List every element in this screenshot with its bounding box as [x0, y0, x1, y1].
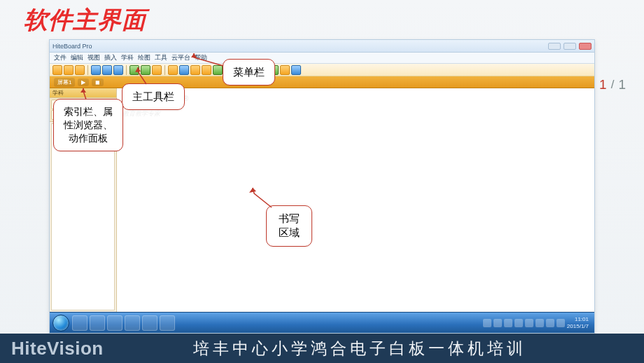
callout-maintoolbar: 主工具栏 [122, 83, 185, 110]
toolbar-icon[interactable] [102, 65, 112, 75]
page-sep: / [611, 78, 615, 92]
toolbar-icon[interactable] [213, 65, 223, 75]
tray-icon[interactable] [493, 319, 502, 327]
menu-item[interactable]: 视图 [88, 53, 100, 62]
toolbar-separator [164, 65, 165, 75]
tray-icon[interactable] [536, 319, 544, 327]
slide-title: 软件主界面 [24, 4, 146, 36]
toolbar-icon[interactable] [91, 65, 101, 75]
start-button[interactable] [52, 315, 69, 331]
task-icon[interactable] [160, 315, 175, 331]
canvas-area[interactable]: iQBoard® 教育教学专家 [117, 88, 594, 312]
toolbar-separator [126, 65, 127, 75]
menu-bar[interactable]: 文件 编辑 视图 插入 学科 绘图 工具 云平台 帮助 [50, 53, 594, 64]
menu-item[interactable]: 学科 [121, 53, 134, 62]
menu-item[interactable]: 帮助 [195, 53, 207, 62]
close-button[interactable] [579, 43, 592, 50]
window-titlebar: HiteBoard Pro [50, 40, 594, 53]
toolbar-icon[interactable] [113, 65, 123, 75]
task-icon[interactable] [142, 315, 158, 331]
toolbar-icon[interactable] [141, 65, 150, 75]
menu-item[interactable]: 工具 [155, 53, 167, 62]
task-icon[interactable] [125, 315, 140, 331]
footer-logo: HiteVision [11, 338, 104, 359]
tray-icon[interactable] [525, 319, 533, 327]
system-tray[interactable]: 11:01 2015/1/7 [483, 316, 592, 330]
maintool-item[interactable]: ◼ [92, 78, 104, 86]
toolbar[interactable] [50, 64, 594, 76]
toolbar-icon[interactable] [280, 65, 290, 75]
tray-icon[interactable] [514, 319, 523, 327]
menu-item[interactable]: 编辑 [71, 53, 83, 62]
menu-item[interactable]: 插入 [104, 53, 117, 62]
toolbar-icon[interactable] [179, 65, 189, 75]
toolbar-icon[interactable] [152, 65, 162, 75]
clock: 11:01 2015/1/7 [567, 316, 592, 330]
toolbar-icon[interactable] [291, 65, 301, 75]
page-current: 1 [599, 77, 607, 93]
menu-item[interactable]: 绘图 [138, 53, 150, 62]
maintool-item[interactable]: ▶ [78, 78, 89, 86]
tray-icon[interactable] [556, 319, 565, 327]
toolbar-icon[interactable] [190, 65, 200, 75]
toolbar-icon[interactable] [130, 65, 139, 75]
menu-item[interactable]: 云平台 [172, 53, 190, 62]
task-icon[interactable] [72, 315, 88, 331]
footer-text: 培丰中心小学鸿合电子白板一体机培训 [104, 338, 644, 359]
footer: HiteVision 培丰中心小学鸿合电子白板一体机培训 [0, 334, 644, 363]
tray-icon[interactable] [504, 319, 512, 327]
sidebar-panel [51, 123, 115, 310]
menu-item[interactable]: 文件 [54, 53, 66, 62]
callout-menubar: 菜单栏 [223, 59, 275, 85]
toolbar-icon[interactable] [202, 65, 211, 75]
toolbar-icon[interactable] [64, 65, 74, 75]
tray-icon[interactable] [546, 319, 554, 327]
maintool-item[interactable]: 屏幕1 [54, 78, 75, 87]
sidebar-header: 学科 [50, 88, 116, 98]
minimize-button[interactable] [548, 43, 561, 50]
toolbar-icon[interactable] [75, 65, 85, 75]
window-title: HiteBoard Pro [52, 43, 92, 50]
task-icon[interactable] [107, 315, 122, 331]
callout-sidebar: 索引栏、属性浏览器、动作面板 [53, 99, 123, 151]
toolbar-separator [88, 65, 88, 75]
maximize-button[interactable] [564, 43, 576, 50]
toolbar-icon[interactable] [168, 65, 178, 75]
task-icon[interactable] [90, 315, 105, 331]
taskbar[interactable]: 11:01 2015/1/7 [50, 312, 594, 333]
page-total: 1 [618, 77, 626, 93]
toolbar-icon[interactable] [52, 65, 62, 75]
callout-canvas: 书写区域 [266, 205, 312, 247]
tray-icon[interactable] [483, 319, 491, 327]
